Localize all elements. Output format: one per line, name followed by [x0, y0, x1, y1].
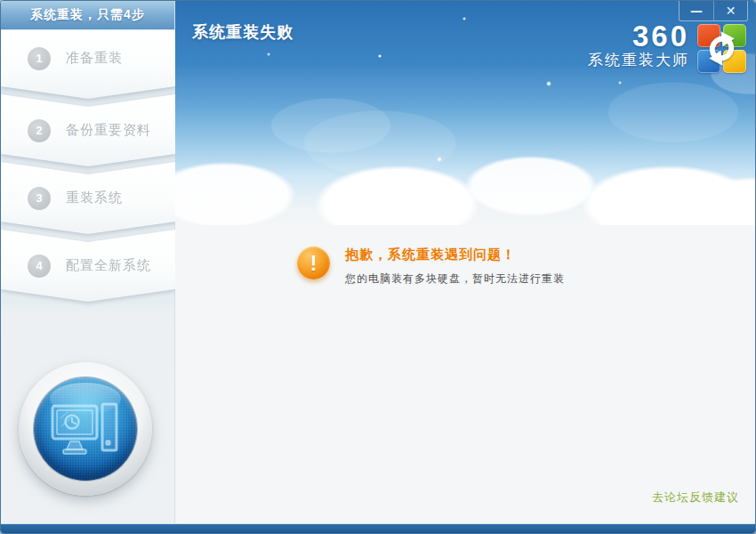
step-label: 准备重装	[66, 50, 123, 67]
error-detail: 您的电脑装有多块硬盘，暂时无法进行重装	[345, 271, 565, 287]
step-number-badge: 3	[28, 187, 51, 210]
sidebar: 系统重装，只需4步 1 准备重装 2 备份重要资料 3 重装系统 4 配置全新系…	[1, 1, 175, 525]
error-title: 抱歉，系统重装遇到问题！	[345, 247, 565, 263]
step-number-badge: 2	[28, 119, 51, 142]
minimize-icon: —	[690, 4, 703, 18]
brand-block: 360 系统重装大师	[588, 22, 746, 73]
step-number-badge: 4	[28, 255, 51, 278]
error-message-block: ! 抱歉，系统重装遇到问题！ 您的电脑装有多块硬盘，暂时无法进行重装	[297, 245, 565, 287]
minimize-button[interactable]: —	[680, 1, 713, 20]
error-text: 抱歉，系统重装遇到问题！ 您的电脑装有多块硬盘，暂时无法进行重装	[345, 245, 565, 287]
main-panel: 系统重装失败 360 系统重装大师	[175, 1, 755, 525]
forum-feedback-link[interactable]: 去论坛反馈建议	[652, 490, 739, 506]
close-icon: ✕	[726, 4, 736, 18]
bottom-bar	[1, 523, 755, 533]
brand-name: 360	[588, 22, 689, 51]
warning-icon: !	[297, 247, 330, 279]
app-window: 系统重装，只需4步 1 准备重装 2 备份重要资料 3 重装系统 4 配置全新系…	[0, 0, 756, 534]
window-controls: — ✕	[679, 1, 748, 21]
brand-subtitle: 系统重装大师	[588, 51, 689, 70]
exclamation-glyph: !	[310, 253, 318, 274]
step-item-backup: 2 备份重要资料	[1, 94, 175, 166]
swap-arrows-icon	[697, 24, 746, 73]
step-number-badge: 1	[28, 47, 51, 70]
home-button[interactable]	[19, 362, 152, 496]
step-item-prepare: 1 准备重装	[1, 30, 175, 99]
computer-icon	[34, 377, 137, 481]
step-label: 配置全新系统	[66, 257, 151, 274]
brand-logo-icon	[697, 24, 746, 73]
close-button[interactable]: ✕	[713, 1, 747, 20]
step-label: 备份重要资料	[66, 122, 151, 139]
step-item-reinstall: 3 重装系统	[1, 162, 175, 234]
sidebar-title: 系统重装，只需4步	[1, 1, 174, 30]
brand-text: 360 系统重装大师	[588, 22, 689, 70]
step-item-configure: 4 配置全新系统	[1, 230, 175, 302]
page-title: 系统重装失败	[192, 21, 294, 43]
step-label: 重装系统	[66, 190, 123, 206]
